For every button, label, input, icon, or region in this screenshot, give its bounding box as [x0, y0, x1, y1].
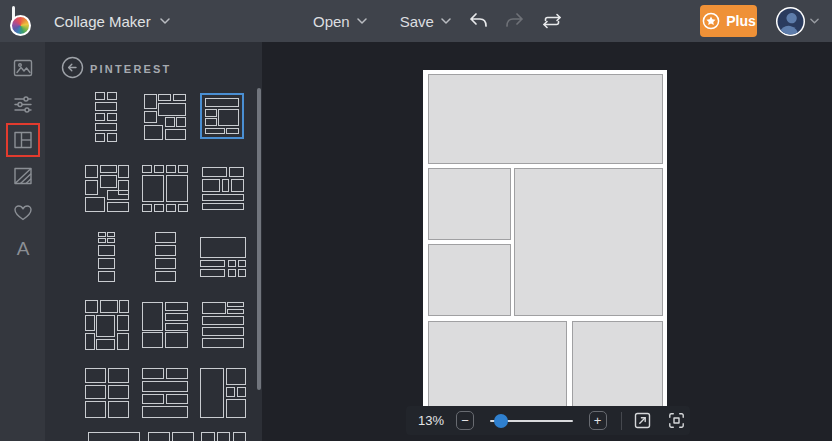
thumbnail-cell	[228, 269, 236, 277]
zoom-slider[interactable]	[490, 414, 573, 428]
layout-thumbnail[interactable]	[95, 92, 117, 142]
app-window: Collage Maker Open Save	[0, 0, 832, 441]
layout-thumbnail[interactable]	[200, 237, 246, 277]
layout-thumbnail-selected[interactable]	[200, 93, 244, 139]
layout-thumbnail[interactable]	[85, 300, 129, 350]
layout-thumbnail[interactable]	[142, 368, 188, 418]
redo-icon[interactable]	[503, 9, 527, 33]
layout-thumbnail[interactable]	[200, 368, 246, 418]
thumbnail-cell	[107, 113, 117, 121]
thumbnail-cell	[107, 202, 129, 212]
layout-thumbnail[interactable]	[142, 165, 188, 212]
open-menu[interactable]: Open	[313, 13, 367, 30]
thumbnail-cell	[100, 175, 117, 188]
layout-thumbnail[interactable]	[85, 165, 129, 212]
thumbnail-cell	[98, 245, 115, 256]
thumbnail-cell	[202, 194, 244, 201]
thumbnail-cell	[85, 197, 105, 212]
thumbnail-cell	[154, 165, 164, 173]
thumbnail-cell	[202, 327, 244, 336]
layout-thumbnail[interactable]	[202, 302, 244, 348]
thumbnail-cell	[85, 368, 106, 383]
collage-cell[interactable]	[428, 74, 663, 164]
layout-thumbnail[interactable]	[148, 432, 194, 441]
layout-thumbnail[interactable]	[144, 94, 186, 140]
layout-thumbnail[interactable]	[201, 432, 246, 441]
thumbnail-cell	[222, 179, 230, 191]
thumbnail-cell	[118, 165, 129, 178]
collage-cell[interactable]	[428, 168, 510, 241]
thumbnail-cell	[178, 204, 188, 212]
thumbnail-cell	[107, 92, 117, 100]
thumbnail-cell	[233, 432, 247, 441]
sidebar-item-favorites[interactable]	[6, 195, 40, 229]
reset-repeat-icon[interactable]	[540, 9, 564, 33]
sidebar-item-edit[interactable]	[6, 87, 40, 121]
plus-label: Plus	[726, 13, 756, 29]
layout-thumbnail[interactable]	[202, 167, 244, 210]
thumbnail-cell	[229, 167, 244, 177]
fit-screen-icon[interactable]	[664, 409, 690, 433]
thumbnail-cell	[166, 368, 188, 379]
zoom-percent: 13%	[418, 413, 448, 428]
thumbnail-cell	[144, 111, 157, 124]
thumbnail-cell	[172, 432, 194, 441]
resize-export-icon[interactable]	[629, 409, 655, 433]
thumbnail-cell	[85, 333, 95, 350]
befunky-logo-icon[interactable]	[12, 5, 38, 37]
heart-icon	[12, 201, 34, 223]
layout-thumbnail[interactable]	[98, 232, 115, 282]
thumbnail-cell	[238, 269, 246, 277]
thumbnail-cell	[142, 175, 164, 202]
thumbnail-cell	[117, 315, 129, 331]
save-menu[interactable]: Save	[400, 13, 451, 30]
layout-thumbnail[interactable]	[142, 302, 188, 348]
thumbnail-cell	[166, 175, 188, 202]
chevron-down-icon[interactable]	[810, 18, 819, 24]
zoom-slider-knob[interactable]	[494, 414, 508, 428]
collage-cell[interactable]	[514, 168, 664, 316]
layout-thumbnail[interactable]	[88, 432, 140, 441]
thumbnail-cell	[142, 165, 152, 173]
thumbnail-cell	[85, 180, 98, 195]
save-label: Save	[400, 13, 434, 30]
collage-page[interactable]	[423, 70, 667, 434]
text-icon: A	[12, 237, 34, 259]
plus-upgrade-button[interactable]: Plus	[700, 5, 757, 37]
image-icon	[12, 57, 34, 79]
thumbnail-cell	[226, 399, 246, 418]
zoom-in-button[interactable]: +	[589, 411, 607, 430]
collage-cell[interactable]	[428, 244, 510, 316]
thumbnail-cell	[142, 332, 163, 348]
thumbnail-cell	[231, 179, 244, 191]
sidebar-item-text[interactable]: A	[6, 231, 40, 265]
thumbnail-cell	[200, 237, 246, 258]
thumbnail-cell	[238, 260, 246, 267]
thumbnail-cell	[155, 271, 176, 282]
sidebar-item-photos[interactable]	[6, 51, 40, 85]
zoom-out-button[interactable]: −	[456, 411, 474, 430]
user-avatar[interactable]	[775, 6, 806, 37]
chevron-down-icon	[160, 18, 170, 24]
thumbnail-cell	[237, 387, 246, 397]
undo-icon[interactable]	[466, 9, 490, 33]
thumbnail-cell	[205, 128, 225, 134]
thumbnail-cell	[144, 94, 157, 109]
thumbnail-cell	[98, 238, 106, 243]
sidebar-item-graphics[interactable]	[6, 159, 40, 193]
zoom-toolbar: 13% − +	[406, 406, 690, 435]
thumbnail-cell	[85, 300, 98, 313]
sidebar-item-layouts[interactable]	[6, 123, 40, 157]
thumbnail-cell	[142, 302, 163, 331]
thumbnail-cell	[205, 109, 217, 117]
thumbnail-cell	[202, 338, 244, 348]
app-title-menu[interactable]: Collage Maker	[54, 0, 170, 42]
divider	[621, 412, 622, 430]
thumbnail-cell	[217, 432, 231, 441]
thumbnail-cell	[95, 113, 105, 121]
thumbnail-cell	[107, 238, 115, 243]
layout-thumbnail[interactable]	[155, 232, 176, 282]
panel-scrollbar[interactable]	[257, 88, 261, 390]
thumbnail-cell	[85, 315, 95, 331]
layout-thumbnail[interactable]	[85, 368, 129, 418]
